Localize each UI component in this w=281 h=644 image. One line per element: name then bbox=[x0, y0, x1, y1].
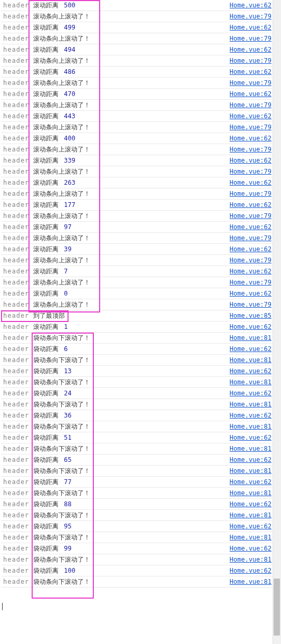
source-link[interactable]: Home.vue:79 bbox=[230, 257, 272, 264]
log-message: 袋动距离13 bbox=[33, 367, 71, 376]
log-tag: header bbox=[3, 467, 29, 475]
source-link[interactable]: Home.vue:79 bbox=[230, 57, 272, 64]
source-link[interactable]: Home.vue:62 bbox=[230, 112, 272, 120]
source-link[interactable]: Home.vue:62 bbox=[230, 323, 272, 330]
source-link[interactable]: Home.vue:79 bbox=[230, 301, 272, 308]
log-message: 滚动条向上滚动了！ bbox=[33, 190, 90, 198]
source-link[interactable]: Home.vue:62 bbox=[230, 24, 272, 31]
source-link[interactable]: Home.vue:81 bbox=[230, 512, 272, 519]
source-link[interactable]: Home.vue:62 bbox=[230, 523, 272, 530]
source-link[interactable]: Home.vue:81 bbox=[230, 534, 272, 541]
source-link[interactable]: Home.vue:79 bbox=[230, 168, 272, 175]
log-message: 到了最顶部 bbox=[33, 311, 65, 320]
source-link[interactable]: Home.vue:81 bbox=[230, 334, 272, 342]
log-tag: header bbox=[3, 434, 29, 441]
source-link[interactable]: Home.vue:62 bbox=[230, 290, 272, 297]
log-message: 袋动距离24 bbox=[33, 389, 71, 398]
log-message: 袋动条向下滚动了！ bbox=[33, 555, 90, 564]
source-link[interactable]: Home.vue:62 bbox=[230, 179, 272, 186]
source-link[interactable]: Home.vue:62 bbox=[230, 567, 272, 574]
console-row: header滚动条向上滚动了！Home.vue:79 bbox=[1, 11, 281, 22]
console-row: header滚动条向上滚动了！Home.vue:79 bbox=[1, 122, 281, 133]
console-row: header滚动距离494Home.vue:62 bbox=[1, 44, 281, 55]
source-link[interactable]: Home.vue:62 bbox=[230, 90, 272, 98]
log-message: 滚动距离443 bbox=[33, 112, 75, 121]
console-row: header滚动距离486Home.vue:62 bbox=[1, 67, 281, 78]
console-row: header滚动距离7Home.vue:62 bbox=[1, 266, 281, 277]
log-tag: header bbox=[3, 46, 29, 53]
source-link[interactable]: Home.vue:81 bbox=[230, 356, 272, 364]
source-link[interactable]: Home.vue:79 bbox=[230, 234, 272, 242]
log-tag: header bbox=[3, 279, 29, 286]
log-message: 袋动条向下滚动了！ bbox=[33, 378, 90, 387]
source-link[interactable]: Home.vue:81 bbox=[230, 578, 272, 585]
source-link[interactable]: Home.vue:62 bbox=[230, 367, 272, 375]
source-link[interactable]: Home.vue:62 bbox=[230, 434, 272, 441]
source-link[interactable]: Home.vue:79 bbox=[230, 146, 272, 153]
source-link[interactable]: Home.vue:62 bbox=[230, 2, 272, 9]
source-link[interactable]: Home.vue:79 bbox=[230, 13, 272, 20]
scrollbar-thumb[interactable] bbox=[274, 579, 280, 636]
log-message: 袋动条向下滚动了！ bbox=[33, 422, 90, 431]
source-link[interactable]: Home.vue:81 bbox=[230, 489, 272, 497]
log-tag: header bbox=[3, 268, 29, 275]
source-link[interactable]: Home.vue:79 bbox=[230, 101, 272, 109]
console-row: header滚动距离470Home.vue:62 bbox=[1, 89, 281, 100]
source-link[interactable]: Home.vue:81 bbox=[230, 423, 272, 430]
log-message: 滚动距离339 bbox=[33, 156, 75, 165]
log-tag: header bbox=[3, 567, 29, 574]
source-link[interactable]: Home.vue:62 bbox=[230, 68, 272, 75]
source-link[interactable]: Home.vue:62 bbox=[230, 500, 272, 508]
source-link[interactable]: Home.vue:62 bbox=[230, 390, 272, 397]
source-link[interactable]: Home.vue:81 bbox=[230, 467, 272, 475]
log-tag: header bbox=[3, 24, 29, 31]
log-tag: header bbox=[3, 79, 29, 87]
log-tag: header bbox=[3, 445, 29, 452]
console-row: header袋动条向下滚动了！Home.vue:81 bbox=[1, 576, 281, 588]
log-message: 滚动距离400 bbox=[33, 134, 75, 143]
log-message: 袋动距离65 bbox=[33, 456, 71, 465]
log-value: 97 bbox=[64, 223, 71, 231]
console-row: header袋动距离88Home.vue:62 bbox=[1, 499, 281, 510]
log-tag: header bbox=[3, 390, 29, 397]
log-message: 滚动条向上滚动了！ bbox=[33, 300, 90, 309]
log-tag: header bbox=[3, 356, 29, 364]
log-tag: header bbox=[3, 124, 29, 131]
source-link[interactable]: Home.vue:62 bbox=[230, 456, 272, 463]
source-link[interactable]: Home.vue:62 bbox=[230, 201, 272, 209]
console-row: header袋动距离95Home.vue:62 bbox=[1, 521, 281, 532]
source-link[interactable]: Home.vue:81 bbox=[230, 445, 272, 452]
source-link[interactable]: Home.vue:62 bbox=[230, 412, 272, 419]
source-link[interactable]: Home.vue:62 bbox=[230, 135, 272, 142]
source-link[interactable]: Home.vue:79 bbox=[230, 79, 272, 87]
log-value: 39 bbox=[64, 245, 71, 253]
source-link[interactable]: Home.vue:79 bbox=[230, 279, 272, 286]
console-row: header滚动距离500Home.vue:62 bbox=[1, 0, 281, 11]
log-tag: header bbox=[3, 312, 29, 319]
log-value: 6 bbox=[64, 345, 67, 353]
source-link[interactable]: Home.vue:62 bbox=[230, 268, 272, 275]
log-tag: header bbox=[3, 423, 29, 430]
source-link[interactable]: Home.vue:79 bbox=[230, 35, 272, 42]
source-link[interactable]: Home.vue:62 bbox=[230, 478, 272, 486]
source-link[interactable]: Home.vue:79 bbox=[230, 212, 272, 220]
log-tag: header bbox=[3, 257, 29, 264]
source-link[interactable]: Home.vue:81 bbox=[230, 401, 272, 408]
source-link[interactable]: Home.vue:85 bbox=[230, 312, 272, 319]
source-link[interactable]: Home.vue:62 bbox=[230, 245, 272, 253]
source-link[interactable]: Home.vue:79 bbox=[230, 124, 272, 131]
source-link[interactable]: Home.vue:79 bbox=[230, 190, 272, 197]
source-link[interactable]: Home.vue:62 bbox=[230, 345, 272, 353]
source-link[interactable]: Home.vue:81 bbox=[230, 378, 272, 386]
source-link[interactable]: Home.vue:62 bbox=[230, 46, 272, 53]
source-link[interactable]: Home.vue:81 bbox=[230, 556, 272, 563]
log-message: 袋动条向下滚动了！ bbox=[33, 577, 90, 586]
log-message: 滚动条向上滚动了！ bbox=[33, 145, 90, 154]
console-row: header袋动条向下滚动了！Home.vue:81 bbox=[1, 399, 281, 410]
source-link[interactable]: Home.vue:62 bbox=[230, 545, 272, 552]
source-link[interactable]: Home.vue:62 bbox=[230, 157, 272, 164]
log-message: 袋动距离36 bbox=[33, 411, 71, 420]
log-value: 100 bbox=[64, 567, 75, 574]
scrollbar-track[interactable] bbox=[273, 0, 281, 644]
source-link[interactable]: Home.vue:62 bbox=[230, 223, 272, 231]
